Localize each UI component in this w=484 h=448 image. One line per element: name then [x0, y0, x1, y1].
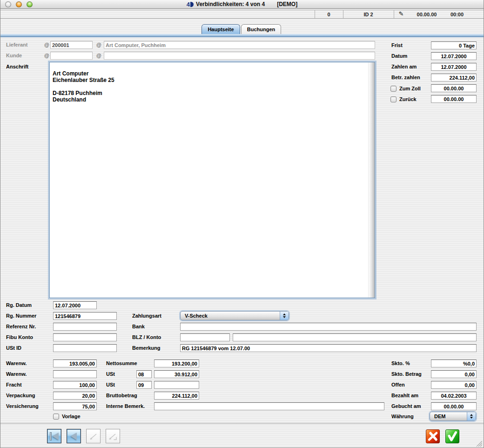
minimize-window-icon[interactable] — [16, 1, 22, 7]
ust2-code-field[interactable]: 09 — [136, 381, 152, 389]
datum-label: Datum — [391, 52, 407, 60]
zurueck-label: Zurück — [399, 95, 417, 103]
fibu-konto-field[interactable] — [53, 333, 117, 341]
fracht-field[interactable]: 100,00 — [53, 381, 97, 389]
interne-bemerk-label: Interne Bemerk. — [106, 402, 145, 410]
offen-field[interactable]: 0,00 — [431, 381, 477, 389]
interne-bemerk-field[interactable] — [154, 402, 384, 410]
ust1-betrag-field[interactable]: 30.912,00 — [154, 370, 199, 378]
bezahlt-am-field[interactable]: 04.02.2003 — [431, 392, 477, 400]
ok-button[interactable] — [445, 429, 459, 443]
zum-zoll-datum-field[interactable]: 00.00.00 — [431, 84, 477, 92]
warenw1-label: Warenw. — [6, 360, 27, 367]
zoom-window-icon[interactable] — [27, 1, 33, 7]
gebucht-am-field[interactable]: 00.00.00 — [431, 402, 477, 410]
stepper-icon — [467, 412, 476, 421]
x-icon — [426, 430, 439, 443]
zahlungsart-popup[interactable]: V-Scheck — [180, 311, 289, 320]
waehrung-label: Währung — [391, 413, 414, 421]
window-title: Verbindlichkeiten: 4 von 4 — [196, 1, 265, 7]
referenz-nr-field[interactable] — [53, 323, 117, 331]
first-record-button[interactable] — [47, 429, 61, 443]
blz-field[interactable] — [180, 333, 230, 341]
verpackung-label: Verpackung — [6, 392, 35, 400]
bank-label: Bank — [132, 323, 145, 331]
bruttobetrag-field[interactable]: 224.112,00 — [154, 392, 199, 400]
datum-field[interactable]: 12.07.2000 — [431, 52, 477, 60]
zum-zoll-checkbox[interactable] — [390, 86, 397, 92]
left-triangle-icon — [53, 433, 59, 440]
bank-field[interactable] — [180, 323, 477, 331]
rg-datum-label: Rg. Datum — [6, 301, 32, 309]
vorlage-label: Vorlage — [62, 413, 81, 421]
anschrift-text: Art Computer Eichenlauber Straße 25 D-82… — [53, 70, 114, 103]
resize-grip[interactable] — [475, 440, 483, 448]
zurueck-datum-field[interactable]: 00.00.00 — [431, 95, 477, 103]
zum-zoll-label: Zum Zoll — [399, 85, 421, 93]
lieferant-nr-field[interactable]: 200001 — [50, 41, 93, 49]
rg-datum-field[interactable]: 12.07.2000 — [53, 301, 97, 309]
kunde-nr-field[interactable] — [50, 52, 93, 60]
fibu-konto-label: Fibu Konto — [6, 333, 33, 341]
skto-prozent-label: Skto. % — [391, 360, 410, 367]
anschrift-textarea[interactable]: Art Computer Eichenlauber Straße 25 D-82… — [49, 62, 375, 298]
app-4d-logo-icon: 4 — [187, 1, 194, 8]
nettosumme-field[interactable]: 193.200,00 — [154, 360, 199, 367]
at-icon: @ — [96, 52, 101, 60]
at-icon: @ — [44, 52, 49, 60]
frist-label: Frist — [391, 41, 403, 49]
dimmed-arrow-bar-icon — [106, 429, 120, 443]
referenz-nr-label: Referenz Nr. — [6, 323, 36, 331]
vorlage-checkbox[interactable] — [53, 414, 59, 420]
warenw2-field[interactable] — [53, 370, 97, 378]
verpackung-field[interactable]: 20,00 — [53, 392, 97, 400]
status-record-id: ID 2 — [343, 11, 393, 18]
last-record-button[interactable] — [106, 429, 120, 443]
betr-zahlen-field[interactable]: 224.112,00 — [431, 74, 477, 81]
close-window-icon[interactable] — [5, 1, 11, 7]
lieferant-label: Lieferant — [6, 41, 27, 49]
zahlen-am-field[interactable]: 12.07.2000 — [431, 63, 477, 71]
lieferant-name-field[interactable]: Art Computer, Puchheim — [104, 41, 375, 49]
versicherung-label: Versicherung — [6, 402, 39, 410]
previous-record-button[interactable] — [67, 429, 81, 443]
konto-field[interactable] — [233, 333, 477, 341]
next-record-button[interactable] — [86, 429, 101, 443]
check-icon — [446, 430, 459, 443]
bemerkung-field[interactable]: RG 121546879 vom 12.07.00 — [180, 344, 477, 352]
app-window: 4 Verbindlichkeiten: 4 von 4 [DEMO] 0 ID… — [0, 0, 484, 448]
scrollbar-track[interactable] — [368, 62, 375, 298]
waehrung-popup[interactable]: DEM — [430, 412, 476, 421]
skto-prozent-field[interactable]: %0,0 — [431, 360, 477, 367]
zahlen-am-label: Zahlen am — [391, 63, 417, 71]
blz-konto-label: BLZ / Konto — [132, 333, 161, 341]
warenw1-field[interactable]: 193.005,00 — [53, 360, 97, 367]
toolbar-separator — [394, 10, 394, 18]
left-triangle-icon — [71, 433, 77, 440]
versicherung-field[interactable]: 75,00 — [53, 402, 97, 410]
ust-id-field[interactable] — [53, 344, 117, 352]
rg-nummer-field[interactable]: 121546879 — [53, 312, 117, 320]
rg-nummer-label: Rg. Nummer — [6, 312, 36, 320]
ust1-code-field[interactable]: 08 — [136, 370, 152, 378]
frist-field[interactable]: 0 Tage — [431, 41, 477, 49]
zurueck-checkbox[interactable] — [390, 96, 397, 102]
status-date: 00.00.00 — [408, 11, 445, 18]
gebucht-am-label: Gebucht am — [391, 402, 421, 410]
title-bar: 4 Verbindlichkeiten: 4 von 4 [DEMO] — [0, 0, 484, 9]
betr-zahlen-label: Betr. zahlen — [391, 74, 420, 81]
skto-betrag-field[interactable]: 0,00 — [431, 370, 477, 378]
pencil-icon: ✎ — [397, 11, 405, 17]
ust2-betrag-field[interactable] — [154, 381, 199, 389]
bottom-separator — [0, 423, 484, 425]
tab-hauptseite[interactable]: Hauptseite — [202, 24, 240, 34]
nettosumme-label: Nettosumme — [106, 360, 137, 367]
ust2-label: USt — [106, 381, 115, 389]
kunde-name-field[interactable] — [104, 52, 375, 60]
dimmed-arrow-icon — [87, 429, 100, 443]
skto-betrag-label: Skto. Betrag — [391, 370, 422, 378]
cancel-button[interactable] — [426, 429, 440, 443]
ust1-label: USt — [106, 370, 115, 378]
tab-accent-stripe — [0, 34, 484, 37]
tab-buchungen[interactable]: Buchungen — [241, 24, 281, 34]
